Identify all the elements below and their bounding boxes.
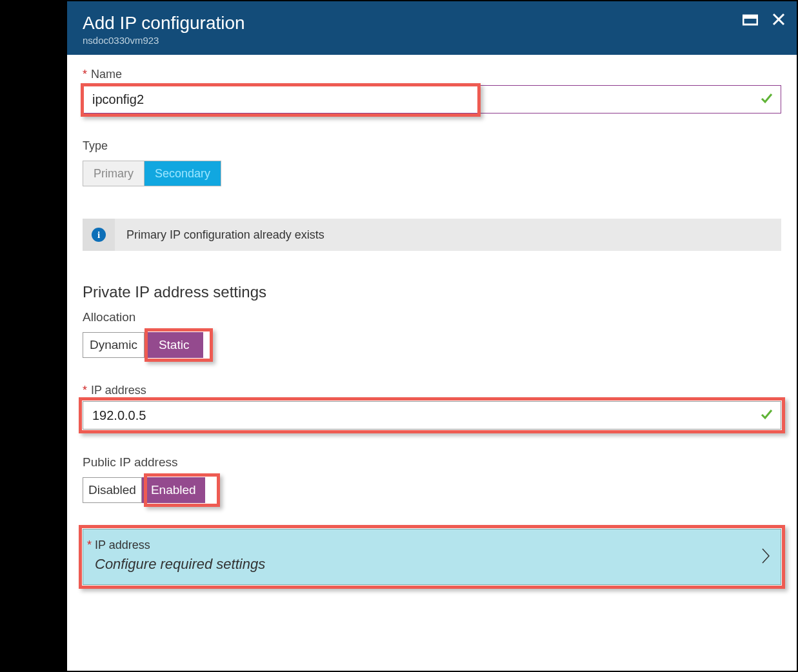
name-input[interactable] <box>83 86 781 113</box>
add-ip-config-panel: Add IP configuration nsdoc0330vm923 *Nam… <box>66 0 798 672</box>
picker-subtext: Configure required settings <box>95 556 755 573</box>
public-ip-toggle: Disabled Enabled <box>83 477 205 503</box>
info-icon-box: i <box>83 219 115 251</box>
allocation-dynamic-button[interactable]: Dynamic <box>83 332 145 358</box>
public-ip-label: Public IP address <box>83 455 781 469</box>
close-icon[interactable] <box>772 13 785 26</box>
type-label: Type <box>83 139 781 153</box>
info-bar: i Primary IP configuration already exist… <box>83 219 781 251</box>
blade-title: Add IP configuration <box>83 13 781 34</box>
restore-icon[interactable] <box>743 13 758 26</box>
allocation-toggle: Dynamic Static <box>83 332 203 358</box>
ip-input[interactable] <box>83 402 781 429</box>
blade-subtitle: nsdoc0330vm923 <box>83 35 781 46</box>
ip-address-picker[interactable]: * IP address Configure required settings <box>83 529 781 585</box>
required-star: * <box>83 384 87 397</box>
ip-label: *IP address <box>83 384 781 397</box>
info-icon: i <box>92 228 106 242</box>
private-ip-heading: Private IP address settings <box>83 283 781 301</box>
svg-rect-1 <box>743 15 757 19</box>
info-text: Primary IP configuration already exists <box>126 228 324 242</box>
blade-content: *Name Type Primary Secondary i Primary I… <box>67 55 797 671</box>
required-star: * <box>83 68 87 81</box>
name-label: *Name <box>83 68 781 81</box>
ip-input-wrap <box>83 401 781 430</box>
check-icon <box>760 408 773 423</box>
type-primary-button: Primary <box>83 161 145 186</box>
public-disabled-button[interactable]: Disabled <box>83 477 142 503</box>
header-actions <box>743 13 785 26</box>
public-enabled-button[interactable]: Enabled <box>142 477 205 503</box>
picker-label: IP address <box>95 539 755 552</box>
chevron-right-icon <box>761 548 770 567</box>
blade-header: Add IP configuration nsdoc0330vm923 <box>67 1 797 55</box>
type-secondary-button[interactable]: Secondary <box>145 161 221 186</box>
type-toggle: Primary Secondary <box>83 161 781 186</box>
check-icon <box>760 92 773 107</box>
allocation-static-button[interactable]: Static <box>145 332 204 358</box>
ip-picker-wrap: * IP address Configure required settings <box>83 529 781 585</box>
allocation-label: Allocation <box>83 310 781 324</box>
name-input-wrap <box>83 85 781 114</box>
required-star: * <box>87 539 92 552</box>
